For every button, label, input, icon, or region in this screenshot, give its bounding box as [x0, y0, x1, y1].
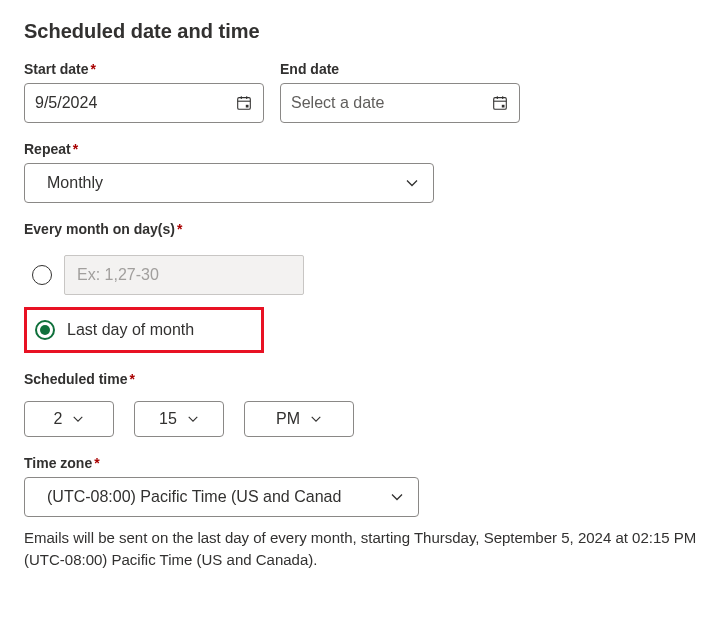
specific-days-placeholder: Ex: 1,27-30: [77, 266, 159, 284]
chevron-down-icon: [390, 490, 404, 504]
section-heading: Scheduled date and time: [24, 20, 703, 43]
svg-rect-0: [238, 98, 251, 110]
last-day-label: Last day of month: [67, 321, 194, 339]
radio-last-day[interactable]: [35, 320, 55, 340]
calendar-icon[interactable]: [235, 94, 253, 112]
start-date-value: 9/5/2024: [35, 94, 235, 112]
end-date-label: End date: [280, 61, 520, 77]
start-date-input[interactable]: 9/5/2024: [24, 83, 264, 123]
timezone-value: (UTC-08:00) Pacific Time (US and Canad: [39, 488, 341, 506]
hour-value: 2: [54, 410, 63, 428]
chevron-down-icon: [187, 413, 199, 425]
month-days-label: Every month on day(s)*: [24, 221, 703, 237]
end-date-placeholder: Select a date: [291, 94, 491, 112]
start-date-label: Start date*: [24, 61, 264, 77]
scheduled-time-label: Scheduled time*: [24, 371, 703, 387]
radio-specific-days[interactable]: [32, 265, 52, 285]
ampm-select[interactable]: PM: [244, 401, 354, 437]
repeat-value: Monthly: [39, 174, 103, 192]
svg-rect-5: [494, 98, 507, 110]
ampm-value: PM: [276, 410, 300, 428]
minute-value: 15: [159, 410, 177, 428]
timezone-label: Time zone*: [24, 455, 419, 471]
schedule-summary: Emails will be sent on the last day of e…: [24, 527, 703, 571]
timezone-select[interactable]: (UTC-08:00) Pacific Time (US and Canad: [24, 477, 419, 517]
repeat-label: Repeat*: [24, 141, 434, 157]
chevron-down-icon: [405, 176, 419, 190]
repeat-select[interactable]: Monthly: [24, 163, 434, 203]
hour-select[interactable]: 2: [24, 401, 114, 437]
chevron-down-icon: [72, 413, 84, 425]
chevron-down-icon: [310, 413, 322, 425]
calendar-icon[interactable]: [491, 94, 509, 112]
svg-rect-4: [246, 105, 249, 108]
end-date-input[interactable]: Select a date: [280, 83, 520, 123]
minute-select[interactable]: 15: [134, 401, 224, 437]
highlight-last-day: Last day of month: [24, 307, 264, 353]
svg-rect-9: [502, 105, 505, 108]
specific-days-input[interactable]: Ex: 1,27-30: [64, 255, 304, 295]
